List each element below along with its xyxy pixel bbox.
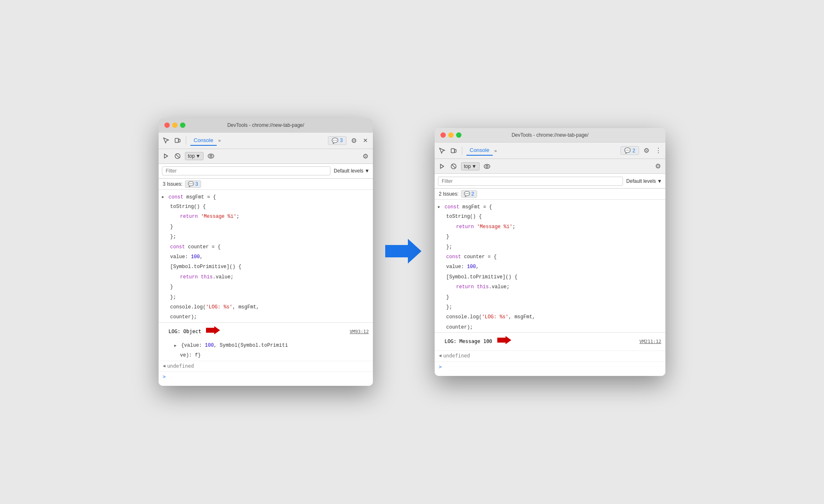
left-levels-arrow: ▼ [365, 168, 370, 174]
right-inspect-icon[interactable] [438, 147, 446, 155]
svg-marker-2 [164, 154, 168, 158]
left-window-title: DevTools - chrome://new-tab-page/ [227, 122, 304, 128]
right-run-icon[interactable] [438, 162, 446, 170]
left-clear-icon[interactable] [173, 152, 182, 160]
left-code-line3: return 'Message %i'; [159, 212, 373, 222]
left-default-levels-label: Default levels [334, 168, 363, 174]
left-undefined-label: undefined [167, 362, 194, 370]
left-eye-icon[interactable] [207, 152, 215, 160]
left-filter-input[interactable] [162, 166, 330, 175]
right-code-line6: const counter = { [435, 252, 665, 262]
right-code-line3: return 'Message %i'; [435, 222, 665, 232]
right-filter-bar: Default levels ▼ [435, 174, 665, 189]
right-top-selector[interactable]: top ▼ [461, 162, 480, 170]
left-issues-badge[interactable]: 💬 3 [328, 136, 346, 145]
close-button[interactable] [164, 122, 170, 128]
maximize-button[interactable] [180, 122, 185, 128]
svg-line-13 [452, 165, 455, 168]
right-issues-bar: 2 Issues: 💬 2 [435, 189, 665, 200]
right-maximize-button[interactable] [456, 133, 461, 138]
svg-point-6 [210, 155, 212, 157]
right-issues-badge[interactable]: 💬 2 [620, 146, 639, 155]
right-console-tab[interactable]: Console [466, 145, 493, 156]
left-gear-icon[interactable]: ⚙ [350, 136, 358, 145]
right-minimize-button[interactable] [448, 133, 454, 138]
right-default-levels-label: Default levels [626, 178, 656, 184]
svg-rect-1 [178, 139, 180, 142]
left-log-output: LOG: Object VM93:12 [159, 322, 373, 341]
left-code-line2: toString() { [159, 202, 373, 212]
right-red-arrow-icon [496, 334, 512, 349]
left-code-line7: value: 100, [159, 252, 373, 262]
right-undefined-line: ◀ undefined [435, 350, 665, 361]
right-gear-icon[interactable]: ⚙ [642, 147, 651, 155]
right-code-line13: counter); [435, 322, 665, 332]
right-devtools-window: DevTools - chrome://new-tab-page/ Consol… [435, 128, 665, 376]
left-console-area: const msgFmt = { toString() { return 'Me… [159, 190, 373, 386]
left-secondary-toolbar: top ▼ ⚙ [159, 149, 373, 164]
right-code-line8: [Symbol.toPrimitive]() { [435, 272, 665, 282]
left-log-label: LOG: Object [169, 328, 201, 336]
right-more-tabs-chevron[interactable]: » [494, 148, 497, 153]
device-toolbar-icon[interactable] [173, 136, 182, 145]
left-log-obj-line2: ve): f} [159, 350, 373, 360]
right-issues-count: 2 [632, 148, 635, 154]
svg-point-14 [484, 164, 490, 168]
left-code-line4: } [159, 222, 373, 232]
console-tab[interactable]: Console [190, 135, 217, 146]
right-device-icon[interactable] [449, 147, 458, 155]
svg-line-4 [176, 154, 179, 158]
issues-chat-icon: 💬 [332, 138, 338, 144]
right-code-line5: }; [435, 242, 665, 252]
left-code-line11: }; [159, 292, 373, 302]
left-default-levels[interactable]: Default levels ▼ [334, 168, 370, 174]
left-code-line8: [Symbol.toPrimitive]() { [159, 262, 373, 272]
left-close-panel-icon[interactable]: ✕ [361, 136, 370, 145]
left-top-selector[interactable]: top ▼ [185, 152, 204, 160]
right-close-button[interactable] [440, 133, 446, 138]
right-top-dropdown-arrow: ▼ [472, 163, 477, 169]
right-secondary-gear-icon[interactable]: ⚙ [654, 162, 662, 170]
right-secondary-toolbar: top ▼ ⚙ [435, 159, 665, 174]
right-main-toolbar: Console » 💬 2 ⚙ ⋮ [435, 142, 665, 159]
left-badge-count: 3 [195, 181, 198, 187]
right-filter-input[interactable] [438, 177, 623, 186]
right-code-line11: }; [435, 302, 665, 312]
left-main-toolbar: Console » 💬 3 ⚙ ✕ [159, 133, 373, 149]
left-issues-count-badge[interactable]: 💬 3 [185, 180, 201, 188]
left-devtools-window: DevTools - chrome://new-tab-page/ Consol… [159, 118, 373, 386]
right-prompt-line[interactable]: > [435, 362, 665, 373]
left-secondary-gear-icon[interactable]: ⚙ [361, 152, 370, 160]
right-eye-icon[interactable] [483, 162, 491, 170]
left-code-line12: console.log('LOG: %s', msgFmt, [159, 302, 373, 312]
left-tab-group: Console » [190, 135, 221, 146]
svg-rect-10 [454, 149, 456, 152]
left-red-arrow-icon [204, 324, 221, 339]
left-code-line9: return this.value; [159, 272, 373, 282]
inspect-element-icon[interactable] [162, 136, 170, 145]
minimize-button[interactable] [172, 122, 178, 128]
right-log-output: LOG: Message 100 VM211:12 [435, 332, 665, 350]
right-default-levels[interactable]: Default levels ▼ [626, 178, 662, 184]
right-issues-text: 2 Issues: [439, 191, 459, 197]
right-clear-icon[interactable] [449, 162, 458, 170]
right-code-line7: value: 100, [435, 262, 665, 272]
right-code-line10: } [435, 292, 665, 302]
svg-marker-16 [497, 336, 511, 344]
right-tab-group: Console » [466, 145, 497, 156]
left-code-line5: }; [159, 232, 373, 242]
right-badge-count: 2 [471, 191, 474, 197]
right-title-bar: DevTools - chrome://new-tab-page/ [435, 128, 665, 142]
more-tabs-chevron[interactable]: » [218, 138, 221, 143]
left-top-label: top [188, 153, 195, 159]
svg-rect-9 [451, 149, 454, 153]
right-vm-link[interactable]: VM211:12 [639, 338, 661, 345]
right-code-line1: const msgFmt = { [435, 203, 665, 212]
scene: DevTools - chrome://new-tab-page/ Consol… [159, 118, 665, 386]
left-prompt-line[interactable]: > [159, 371, 373, 383]
right-issues-count-badge[interactable]: 💬 2 [461, 190, 477, 198]
right-prompt-symbol: > [439, 364, 442, 370]
left-vm-link[interactable]: VM93:12 [350, 328, 369, 336]
right-three-dots-icon[interactable]: ⋮ [654, 147, 662, 155]
left-run-icon[interactable] [162, 152, 170, 160]
